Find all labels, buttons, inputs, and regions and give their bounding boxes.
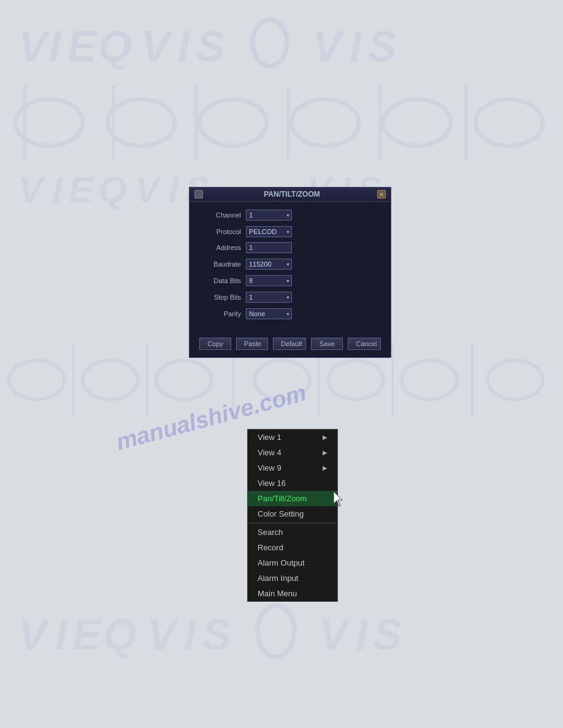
baudrate-select[interactable]: 1152005760038400192009600 [246, 259, 292, 270]
svg-point-12 [107, 99, 175, 146]
svg-point-36 [255, 360, 310, 400]
menu-item-view16-label: View 16 [258, 479, 286, 488]
parity-select-wrap: NoneOddEven [246, 308, 292, 319]
menu-item-view9-label: View 9 [258, 463, 282, 472]
channel-row: Channel 1234 [199, 209, 381, 221]
menu-item-view4[interactable]: View 4 ▶ [248, 445, 337, 460]
svg-text:I: I [49, 23, 62, 70]
menu-item-pan-tilt-zoom-label: Pan/Tilt/Zoom [258, 494, 307, 503]
channel-select[interactable]: 1234 [246, 210, 292, 221]
svg-text:I: I [52, 169, 63, 210]
svg-point-33 [9, 360, 64, 400]
svg-point-39 [488, 360, 543, 400]
dialog-footer: Copy Paste Default Save Cancel [190, 332, 391, 357]
baudrate-row: Baudrate 1152005760038400192009600 [199, 258, 381, 270]
svg-text:S: S [196, 23, 225, 70]
menu-item-alarm-output-label: Alarm Output [258, 558, 305, 567]
dialog-close-button[interactable]: ✕ [377, 190, 386, 199]
address-row: Address [199, 242, 381, 253]
submenu-arrow-view1: ▶ [323, 434, 327, 441]
menu-item-alarm-input[interactable]: Alarm Input [248, 571, 337, 586]
channel-label: Channel [199, 211, 241, 219]
dialog-title: PAN/TILT/ZOOM [207, 190, 377, 199]
svg-text:I: I [169, 169, 180, 210]
svg-text:I: I [350, 23, 362, 70]
default-button[interactable]: Default [273, 338, 306, 350]
address-label: Address [199, 244, 241, 251]
menu-item-color-setting[interactable]: Color Setting [248, 506, 337, 521]
menu-item-color-setting-label: Color Setting [258, 509, 304, 518]
databits-select[interactable]: 87 [246, 275, 292, 286]
menu-item-record[interactable]: Record [248, 540, 337, 555]
menu-item-alarm-input-label: Alarm Input [258, 574, 298, 583]
context-menu: View 1 ▶ View 4 ▶ View 9 ▶ View 16 Pan/T… [247, 429, 338, 602]
submenu-arrow-view9: ▶ [323, 464, 327, 471]
pan-tilt-zoom-dialog: PAN/TILT/ZOOM ✕ Channel 1234 Protocol PE… [189, 187, 391, 358]
svg-text:E: E [72, 611, 102, 659]
protocol-select[interactable]: PELCODPELCOP [246, 226, 292, 237]
submenu-arrow-view4: ▶ [323, 449, 327, 456]
menu-item-view1-label: View 1 [258, 433, 282, 442]
stopbits-row: Stop Bits 12 [199, 291, 381, 303]
baudrate-label: Baudrate [199, 260, 241, 268]
svg-text:E: E [69, 169, 94, 210]
svg-text:V: V [319, 611, 351, 659]
menu-item-view1[interactable]: View 1 ▶ [248, 430, 337, 445]
svg-point-38 [402, 360, 457, 400]
address-input[interactable] [246, 242, 292, 253]
svg-point-53 [258, 605, 294, 657]
menu-item-search[interactable]: Search [248, 525, 337, 540]
svg-text:V: V [135, 169, 163, 210]
menu-item-main-menu-label: Main Menu [258, 589, 297, 598]
svg-text:V: V [141, 23, 173, 70]
svg-text:V: V [18, 23, 50, 70]
parity-row: Parity NoneOddEven [199, 308, 381, 319]
svg-text:V: V [18, 611, 50, 659]
protocol-row: Protocol PELCODPELCOP [199, 226, 381, 237]
svg-text:S: S [368, 23, 397, 70]
stopbits-select[interactable]: 12 [246, 292, 292, 303]
svg-text:I: I [178, 23, 191, 70]
svg-point-37 [328, 360, 383, 400]
baudrate-select-wrap: 1152005760038400192009600 [246, 258, 292, 270]
svg-text:S: S [202, 611, 231, 659]
svg-point-34 [83, 360, 138, 400]
menu-item-main-menu[interactable]: Main Menu [248, 586, 337, 601]
menu-item-pan-tilt-zoom[interactable]: Pan/Tilt/Zoom [248, 491, 337, 506]
svg-text:V: V [147, 611, 179, 659]
databits-select-wrap: 87 [246, 275, 292, 286]
watermark-background: V I E Q V I S V I S V I E Q V I S V I S [0, 0, 563, 728]
svg-text:V: V [313, 23, 345, 70]
dialog-body: Channel 1234 Protocol PELCODPELCOP Addre… [190, 202, 391, 332]
dialog-titlebar: PAN/TILT/ZOOM ✕ [190, 188, 391, 202]
save-button[interactable]: Save [311, 338, 343, 350]
context-menu-divider [248, 523, 337, 523]
menu-item-search-label: Search [258, 528, 283, 537]
svg-text:I: I [55, 611, 68, 659]
svg-point-7 [253, 20, 287, 66]
menu-item-view9[interactable]: View 9 ▶ [248, 460, 337, 476]
svg-point-15 [383, 99, 451, 146]
svg-text:Q: Q [98, 169, 127, 210]
svg-text:Q: Q [103, 611, 136, 659]
svg-point-11 [15, 99, 83, 146]
cancel-button[interactable]: Cancel [348, 338, 381, 350]
svg-point-16 [475, 99, 543, 146]
svg-point-35 [156, 360, 212, 400]
copy-button[interactable]: Copy [199, 338, 231, 350]
paste-button[interactable]: Paste [236, 338, 268, 350]
menu-item-view16[interactable]: View 16 [248, 476, 337, 491]
svg-text:E: E [67, 23, 98, 70]
stopbits-select-wrap: 12 [246, 291, 292, 303]
svg-text:V: V [18, 169, 46, 210]
svg-text:Q: Q [98, 23, 131, 70]
svg-text:I: I [184, 611, 197, 659]
parity-select[interactable]: NoneOddEven [246, 308, 292, 319]
channel-select-wrap: 1234 [246, 209, 292, 221]
dialog-icon [194, 190, 203, 199]
svg-point-13 [199, 99, 267, 146]
menu-item-alarm-output[interactable]: Alarm Output [248, 555, 337, 571]
stopbits-label: Stop Bits [199, 294, 241, 301]
protocol-select-wrap: PELCODPELCOP [246, 226, 292, 237]
protocol-label: Protocol [199, 228, 241, 235]
